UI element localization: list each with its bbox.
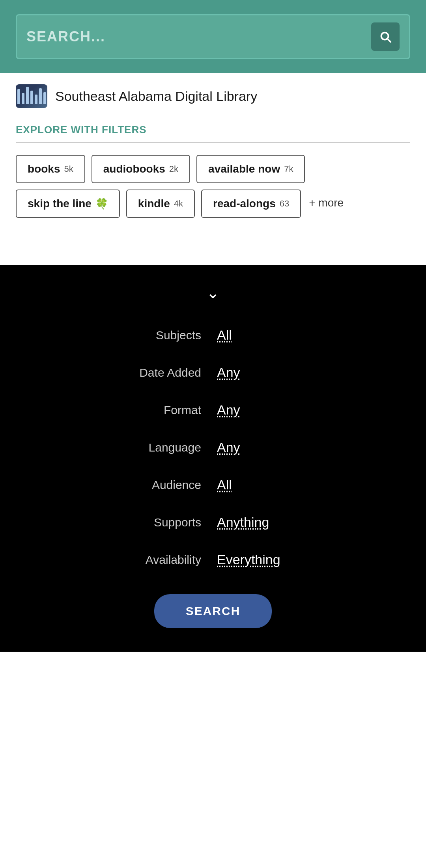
availability-value[interactable]: Everything — [217, 552, 320, 567]
library-name: Southeast Alabama Digital Library — [55, 89, 257, 104]
logo-bar — [39, 88, 42, 104]
logo-bar — [43, 92, 46, 104]
search-submit-button[interactable]: SEARCH — [154, 594, 272, 628]
chevron-down-icon: ⌄ — [206, 285, 220, 301]
logo-bar — [17, 89, 20, 104]
search-icon — [378, 30, 392, 44]
filter-row-format: Format Any — [32, 391, 394, 429]
subjects-value[interactable]: All — [217, 327, 320, 343]
filter-tag-kindle[interactable]: kindle 4k — [126, 190, 195, 218]
date-added-label: Date Added — [106, 366, 217, 379]
filter-tag-audiobooks[interactable]: audiobooks 2k — [92, 155, 190, 183]
filter-tag-available-now[interactable]: available now 7k — [196, 155, 305, 183]
supports-label: Supports — [106, 516, 217, 529]
library-logo — [16, 84, 47, 108]
filter-row-date-added: Date Added Any — [32, 354, 394, 391]
explore-title: EXPLORE WITH FILTERS — [16, 124, 410, 136]
more-link[interactable]: + more — [307, 190, 345, 218]
language-value[interactable]: Any — [217, 440, 320, 455]
filter-tag-label: available now — [208, 163, 280, 175]
logo-bar — [30, 91, 33, 104]
filter-row-language: Language Any — [32, 429, 394, 466]
filter-tag-label: kindle — [138, 197, 170, 210]
filter-row-subjects: Subjects All — [32, 316, 394, 354]
logo-bar — [26, 87, 29, 104]
bottom-panel: ⌄ Subjects All Date Added Any Format Any… — [0, 265, 426, 652]
chevron-wrapper: ⌄ — [0, 285, 426, 301]
filter-row-audience: Audience All — [32, 466, 394, 504]
filter-tag-label: skip the line — [28, 197, 92, 210]
filter-row-availability: Availability Everything — [32, 541, 394, 578]
filter-tag-books[interactable]: books 5k — [16, 155, 85, 183]
filter-tags: books 5k audiobooks 2k available now 7k … — [16, 155, 410, 218]
search-button-icon[interactable] — [371, 22, 400, 51]
filter-tag-count: 4k — [174, 199, 183, 209]
search-section — [0, 0, 426, 73]
filter-tag-label: books — [28, 163, 60, 175]
search-input[interactable] — [26, 28, 366, 45]
availability-label: Availability — [106, 553, 217, 567]
date-added-value[interactable]: Any — [217, 365, 320, 380]
supports-value[interactable]: Anything — [217, 515, 320, 530]
explore-divider — [16, 142, 410, 143]
filter-tag-skip-the-line[interactable]: skip the line 🍀 — [16, 190, 120, 218]
filter-row-supports: Supports Anything — [32, 504, 394, 541]
search-bar — [16, 14, 410, 59]
filter-tag-label: read-alongs — [213, 197, 276, 210]
language-label: Language — [106, 441, 217, 454]
clover-icon: 🍀 — [95, 198, 108, 210]
logo-bar — [35, 95, 37, 104]
format-label: Format — [106, 403, 217, 417]
filter-tag-count: 5k — [64, 164, 73, 174]
filter-tag-read-alongs[interactable]: read-alongs 63 — [201, 190, 301, 218]
explore-section: EXPLORE WITH FILTERS books 5k audiobooks… — [0, 114, 426, 218]
filter-rows: Subjects All Date Added Any Format Any L… — [0, 316, 426, 578]
filter-tag-count: 7k — [284, 164, 293, 174]
filter-tag-label: audiobooks — [103, 163, 165, 175]
audience-label: Audience — [106, 478, 217, 492]
filter-tag-count: 63 — [280, 199, 289, 209]
audience-value[interactable]: All — [217, 477, 320, 493]
library-header: Southeast Alabama Digital Library — [0, 73, 426, 114]
filter-tag-count: 2k — [169, 164, 178, 174]
subjects-label: Subjects — [106, 329, 217, 342]
logo-bar — [22, 93, 24, 104]
format-value[interactable]: Any — [217, 402, 320, 418]
